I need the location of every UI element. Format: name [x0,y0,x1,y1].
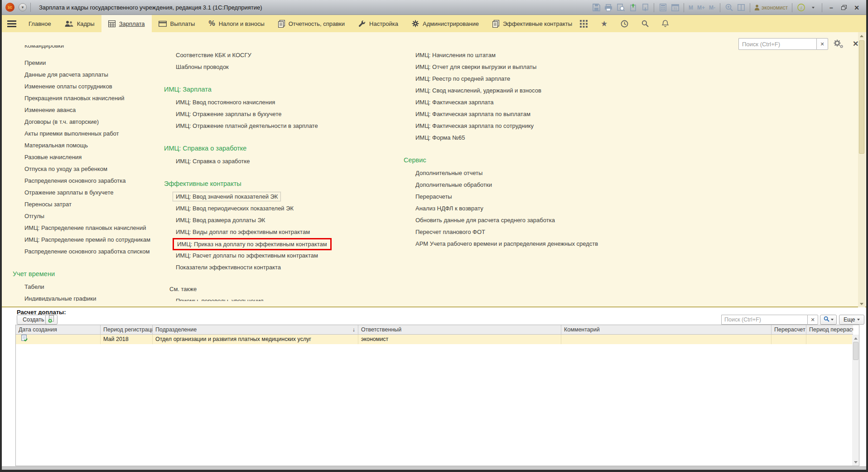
menu-item[interactable]: Соответствие КБК и КОСГУ [164,49,377,61]
menu-item[interactable]: Перерасчеты [404,191,675,203]
star-icon[interactable]: ★ [601,19,608,29]
menu-item[interactable]: Премии [13,57,162,69]
menu-section-header[interactable]: Сервис [404,153,675,167]
menu-item[interactable]: Прекращения плановых начислений [13,92,162,104]
split-view-icon[interactable] [737,3,746,12]
menu-search-input[interactable] [738,38,816,50]
zoom-icon[interactable] [724,3,733,12]
menu-item[interactable]: ИМЦ: Распределение плановых начислений [13,222,162,234]
find-button[interactable] [820,315,837,325]
menu-scrollbar[interactable] [858,32,865,307]
list-scrollbar[interactable] [852,335,859,466]
menu-item[interactable]: ИМЦ: Ввод постоянного начисления [164,97,377,108]
menu-item[interactable]: ИМЦ: Фактическая зарплата по сотруднику [404,120,675,132]
menu-item[interactable]: Табели [13,281,162,293]
calculator-icon[interactable] [658,3,667,12]
column-header[interactable]: Период перерасчета [806,325,853,335]
tab-8-section[interactable]: Администрирование [405,15,486,32]
menu-item[interactable]: Командировки [13,45,162,57]
menu-item[interactable]: ИМЦ: Ввод размера доплаты ЭК [164,214,377,226]
menu-item[interactable]: ИМЦ: Распределение премий по сотрудникам [13,234,162,246]
print-icon[interactable] [604,3,613,12]
gear-settings-icon[interactable] [833,39,844,51]
menu-item[interactable]: Изменение аванса [13,104,162,116]
menu-item[interactable]: Акты приемки выполненных работ [13,128,162,140]
restore-button[interactable] [839,3,849,12]
menu-item[interactable]: Переносы затрат [13,199,162,210]
menu-item[interactable]: Пересчет планового ФОТ [404,226,675,238]
import-doc-icon[interactable] [641,3,650,12]
info-icon[interactable]: i [796,3,805,12]
tab-2-section[interactable]: Кадры [58,15,101,32]
menu-item[interactable]: Показатели эффективности контракта [164,262,377,273]
menu-item[interactable]: ИМЦ: Фактическая зарплата [404,97,675,108]
menu-item[interactable]: Шаблоны проводок [164,61,377,73]
memory-button-m[interactable]: M [688,5,694,11]
export-doc-icon[interactable] [628,3,637,12]
main-menu-button[interactable] [2,15,22,32]
create-by-copy-button[interactable] [45,315,58,325]
bell-icon[interactable] [662,20,669,28]
menu-item[interactable]: АРМ Учета рабочего времени и распределен… [404,238,675,250]
menu-item[interactable]: ИМЦ: Фактическая зарплата по выплатам [404,108,675,120]
menu-item[interactable]: Разовые начисления [13,151,162,163]
menu-item[interactable]: Анализ НДФЛ к возврату [404,203,675,214]
menu-item[interactable]: Отгулы [13,210,162,222]
menu-item[interactable]: Изменение оплаты сотрудников [13,81,162,92]
menu-section-header[interactable]: Эффективные контракты [164,176,377,191]
menu-item[interactable]: Приемы, переводы, увольнения [164,295,377,301]
scroll-down-icon[interactable] [852,458,859,466]
menu-item[interactable]: ИМЦ: Начисления по штатам [404,49,675,61]
tab-9-section[interactable]: Эффективные контракты [486,15,579,32]
clear-list-search-button[interactable]: ✕ [807,315,818,325]
chevron-down-icon[interactable] [809,3,818,12]
tab-7-section[interactable]: Настройка [352,15,405,32]
column-header[interactable]: Ответственный [358,325,561,335]
column-header[interactable]: Комментарий [561,325,772,335]
menu-item-highlighted[interactable]: ИМЦ: Приказ на доплату по эффективным ко… [164,238,377,250]
save-icon[interactable] [592,3,601,12]
print-preview-icon[interactable] [616,3,625,12]
more-button[interactable]: Еще [839,315,864,325]
menu-item[interactable]: ИМЦ: Виды доплат по эффективным контракт… [164,226,377,238]
table-row-selected[interactable]: 05.07.2018 13:39:11Май 2018Отдел организ… [16,335,859,344]
calendar-icon[interactable]: 31 [670,3,680,12]
column-header[interactable]: Дата создания [16,325,101,335]
scroll-thumb[interactable] [859,40,864,154]
menu-item[interactable]: Данные для расчета зарплаты [13,69,162,81]
tab-6-section[interactable]: Отчетность, справки [271,15,352,32]
column-header[interactable]: Период регистрации [101,325,153,335]
scroll-up-icon[interactable] [852,335,859,342]
tab-5-section[interactable]: %Налоги и взносы [202,15,271,32]
menu-section-header[interactable]: Учет времени [13,267,162,281]
memory-button-m-plus[interactable]: M+ [697,5,705,11]
search-icon[interactable] [641,20,649,27]
column-header[interactable]: Перерасчет [772,325,806,335]
column-header[interactable]: Подразделение↓ [153,325,358,335]
menu-item[interactable]: ИМЦ: Реестр по средней зарплате [404,73,675,85]
scroll-thumb[interactable] [853,342,858,360]
menu-item[interactable]: Отражение зарплаты в бухучете [13,187,162,199]
menu-section-header[interactable]: ИМЦ: Справка о заработке [164,141,377,156]
menu-item[interactable]: ИМЦ: Форма №65 [404,132,675,144]
menu-item[interactable]: ИМЦ: Ввод периодических показателей ЭК [164,203,377,214]
memory-button-m-minus[interactable]: M- [709,5,716,11]
current-user[interactable]: экономист [754,5,788,11]
apps-icon[interactable] [580,20,588,28]
history-icon[interactable] [621,20,628,28]
menu-item[interactable]: Материальная помощь [13,140,162,151]
menu-item[interactable]: ИМЦ: Свод начислений, удержаний и взносо… [404,85,675,97]
menu-item[interactable]: ИМЦ: Отчет для сверки выгрузки и выплаты [404,61,675,73]
menu-item[interactable]: ИМЦ: Отражение зарплаты в бухучете [164,108,377,120]
close-button[interactable]: ✕ [852,4,862,11]
menu-item[interactable]: Индивидуальные графики [13,293,162,301]
menu-item[interactable]: Дополнительные обработки [404,179,675,191]
menu-item[interactable]: ИМЦ: Отражение платной деятельности в за… [164,120,377,132]
list-search-input[interactable] [721,315,807,325]
menu-item[interactable]: ИМЦ: Справка о заработке [164,156,377,167]
tab-4-section[interactable]: Выплаты [152,15,202,32]
scroll-up-icon[interactable] [858,32,865,39]
tab-1-section[interactable]: Главное [22,15,58,32]
tab-3-active[interactable]: Зарплата [101,15,152,32]
menu-section-header[interactable]: ИМЦ: Зарплата [164,82,377,97]
